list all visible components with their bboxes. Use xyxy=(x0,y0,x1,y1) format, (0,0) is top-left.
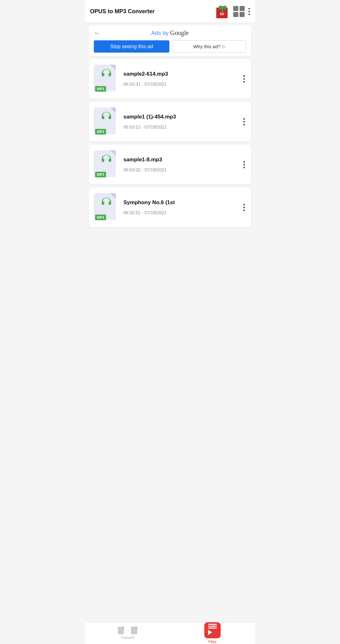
stop-seeing-ad-button[interactable]: Stop seeing this ad xyxy=(94,40,169,53)
mp3-file-icon: MP3 xyxy=(94,107,119,136)
more-dot-2 xyxy=(243,207,245,208)
more-dot-1 xyxy=(243,204,245,205)
ad-action-buttons: Stop seeing this ad Why this ad? ▷ xyxy=(94,40,246,53)
file-name: sample1 (1)-454.mp3 xyxy=(123,114,238,120)
more-dot-3 xyxy=(243,124,245,125)
more-dot-2 xyxy=(243,164,245,165)
headphone-icon xyxy=(100,196,113,208)
file-name: sample1-8.mp3 xyxy=(123,157,238,163)
file-info: Symphony No.6 (1st 06:02:51 - 07/19/2021 xyxy=(123,199,238,215)
grid-view-icon[interactable] xyxy=(233,6,245,17)
ads-by-google-label: Ads by Google xyxy=(151,29,189,37)
file-meta: 06:03:31 - 07/19/2021 xyxy=(123,82,238,87)
mp3-badge: MP3 xyxy=(95,215,106,220)
headphone-icon xyxy=(100,111,113,122)
ad-back-button[interactable]: ← xyxy=(94,29,100,37)
file-more-button[interactable] xyxy=(242,203,246,212)
more-dot-3 xyxy=(243,210,245,211)
more-dot-1 xyxy=(243,161,245,163)
file-info: sample1 (1)-454.mp3 06:03:12 - 07/19/202… xyxy=(123,114,238,129)
mp3-badge: MP3 xyxy=(95,129,106,135)
file-list: MP3 sample2-614.mp3 06:03:31 - 07/19/202… xyxy=(85,59,255,256)
grid-cell-2 xyxy=(240,6,245,11)
headphone-icon xyxy=(100,68,113,79)
file-more-button[interactable] xyxy=(242,117,246,127)
grid-cell-4 xyxy=(240,12,245,17)
mp3-file-icon: MP3 xyxy=(94,193,119,221)
why-ad-icon: ▷ xyxy=(222,44,225,49)
grid-cell-3 xyxy=(233,12,238,17)
mp3-badge: MP3 xyxy=(95,86,106,92)
headphone-icon xyxy=(100,153,113,165)
dot-3 xyxy=(248,14,250,15)
app-title: OPUS to MP3 Converter xyxy=(90,8,155,15)
file-more-button[interactable] xyxy=(242,160,246,170)
more-dot-1 xyxy=(243,75,245,77)
file-info: sample1-8.mp3 06:03:02 - 07/19/2021 xyxy=(123,157,238,172)
why-this-ad-button[interactable]: Why this ad? ▷ xyxy=(173,40,246,53)
grid-cell-1 xyxy=(233,6,238,11)
file-info: sample2-614.mp3 06:03:31 - 07/19/2021 xyxy=(123,71,238,87)
file-card: MP3 Symphony No.6 (1st 06:02:51 - 07/19/… xyxy=(89,187,251,227)
mp3-badge: MP3 xyxy=(95,172,106,177)
more-dot-1 xyxy=(243,118,245,120)
mp3-file-icon: MP3 xyxy=(94,150,119,179)
mp3-file-icon: MP3 xyxy=(94,65,119,93)
ad-banner: ← Ads by Google Stop seeing this ad Why … xyxy=(89,26,251,56)
file-card: MP3 sample2-614.mp3 06:03:31 - 07/19/202… xyxy=(89,59,251,99)
more-dot-2 xyxy=(243,78,245,80)
more-dot-2 xyxy=(243,121,245,123)
app-header: OPUS to MP3 Converter AD xyxy=(85,0,255,23)
file-name: sample2-614.mp3 xyxy=(123,71,238,77)
file-card: MP3 sample1 (1)-454.mp3 06:03:12 - 07/19… xyxy=(89,102,251,141)
ad-header: ← Ads by Google xyxy=(94,29,246,37)
more-dot-3 xyxy=(243,167,245,168)
file-meta: 06:03:02 - 07/19/2021 xyxy=(123,167,238,172)
dot-2 xyxy=(248,11,250,12)
file-name: Symphony No.6 (1st xyxy=(123,199,238,206)
header-actions: AD xyxy=(216,4,250,18)
file-card: MP3 sample1-8.mp3 06:03:02 - 07/19/2021 xyxy=(89,145,251,184)
more-dot-3 xyxy=(243,81,245,83)
file-more-button[interactable] xyxy=(242,74,246,84)
dot-1 xyxy=(248,8,250,9)
file-meta: 06:03:12 - 07/19/2021 xyxy=(123,124,238,129)
file-meta: 06:02:51 - 07/19/2021 xyxy=(123,210,238,215)
overflow-menu-button[interactable] xyxy=(248,8,250,15)
ad-gift-icon[interactable]: AD xyxy=(216,4,230,18)
